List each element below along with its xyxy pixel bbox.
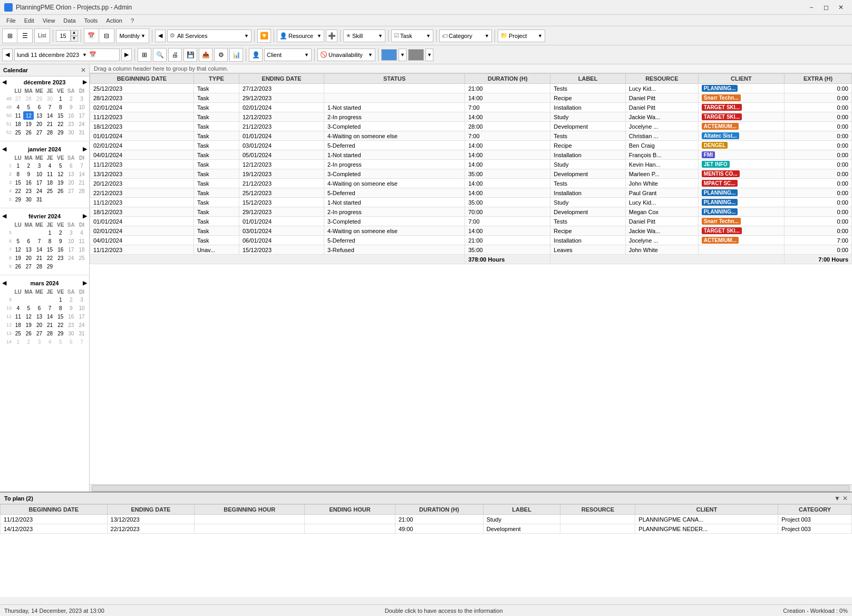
services-dropdown[interactable]: ⚙ All Services ▼ — [167, 30, 251, 42]
table-row[interactable]: 01/01/2024 Task 01/01/2024 4-Waiting on … — [90, 131, 852, 141]
table-row[interactable]: 28/12/2023 Task 29/12/2023 14:00 Recipe … — [90, 93, 852, 103]
color-dropdown[interactable]: ▼ — [399, 49, 406, 61]
cal-day[interactable]: 4 — [13, 103, 23, 111]
restore-button[interactable]: ◻ — [819, 2, 833, 13]
cal-feb-next[interactable]: ▶ — [83, 213, 87, 219]
project-dropdown[interactable]: 📁 Project ▼ — [498, 30, 545, 42]
cal-day[interactable]: 27 — [13, 94, 23, 103]
cal-day[interactable]: 18 — [13, 120, 23, 128]
icon-print-btn[interactable]: 🖨 — [168, 48, 182, 62]
bottom-row[interactable]: 11/12/2023 13/12/2023 21:00 Study PLANNI… — [1, 515, 852, 524]
menu-edit[interactable]: Edit — [20, 16, 38, 25]
cal-day[interactable]: 14 — [45, 111, 55, 120]
table-row[interactable]: 11/12/2023 Task 15/12/2023 1-Not started… — [90, 198, 852, 207]
table-row[interactable]: 02/01/2024 Task 03/01/2024 5-Deferred 14… — [90, 141, 852, 150]
color-dropdown2[interactable]: ▼ — [425, 49, 433, 61]
icon-search-btn[interactable]: 🔍 — [153, 48, 167, 62]
list-rows-btn[interactable]: ☰ — [17, 29, 32, 43]
bottom-collapse-btn[interactable]: ▼ — [834, 495, 840, 502]
bcol-category[interactable]: CATEGORY — [778, 505, 852, 515]
list-grid-btn[interactable]: ⊞ — [3, 29, 17, 43]
menu-data[interactable]: Data — [59, 16, 80, 25]
col-duration[interactable]: DURATION (H) — [465, 74, 550, 84]
spinbox-input[interactable] — [56, 30, 71, 42]
icon-chart-btn[interactable]: 📊 — [229, 48, 243, 62]
icon-grid-btn[interactable]: ⊞ — [138, 48, 151, 62]
cal-dec-prev[interactable]: ◀ — [2, 79, 6, 85]
bcol-label[interactable]: LABEL — [483, 505, 560, 515]
table-container[interactable]: BEGINNING DATE TYPE ENDING DATE STATUS D… — [90, 73, 852, 484]
nav-next2-btn[interactable]: ▶ — [121, 49, 132, 61]
bottom-close-btn[interactable]: ✕ — [843, 495, 848, 502]
view-monthly-dropdown[interactable]: Monthly ▼ — [116, 28, 149, 43]
cal-day-today[interactable]: 12 — [23, 111, 34, 120]
col-type[interactable]: TYPE — [193, 74, 239, 84]
icon-settings-btn[interactable]: ⚙ — [214, 48, 228, 62]
cal-day[interactable]: 28 — [23, 94, 34, 103]
cal-day[interactable]: 30 — [66, 128, 76, 137]
task-dropdown[interactable]: ☑ Task ▼ — [391, 30, 433, 42]
table-row[interactable]: 04/01/2024 Task 05/01/2024 1-Not started… — [90, 150, 852, 160]
table-row[interactable]: 02/01/2024 Task 03/01/2024 4-Waiting on … — [90, 226, 852, 236]
table-row[interactable]: 18/12/2023 Task 21/12/2023 3-Completed 2… — [90, 122, 852, 131]
filter-btn[interactable]: 🔽 — [257, 29, 271, 43]
col-status[interactable]: STATUS — [324, 74, 465, 84]
table-row[interactable]: 04/01/2024 Task 06/01/2024 5-Deferred 21… — [90, 236, 852, 245]
table-row[interactable]: 22/12/2023 Task 25/12/2023 5-Deferred 14… — [90, 188, 852, 198]
list-dropdown[interactable]: List — [34, 28, 50, 43]
cal-day[interactable]: 10 — [76, 103, 87, 111]
color-swatch-gray[interactable] — [408, 49, 424, 61]
cal-day[interactable]: 29 — [55, 128, 66, 137]
icon-export-btn[interactable]: 📤 — [199, 48, 212, 62]
icon-save-btn[interactable]: 💾 — [183, 48, 197, 62]
calendar-close-btn[interactable]: ✕ — [81, 66, 86, 74]
minimize-button[interactable]: − — [805, 2, 818, 13]
cal-day[interactable]: 13 — [34, 111, 44, 120]
view-mode-btn[interactable]: ⊟ — [99, 29, 114, 43]
skill-dropdown[interactable]: ★ Skill ▼ — [343, 30, 385, 42]
cal-day[interactable]: 30 — [45, 94, 55, 103]
cal-day[interactable]: 28 — [45, 128, 55, 137]
cal-day[interactable]: 1 — [55, 94, 66, 103]
menu-file[interactable]: File — [2, 16, 20, 25]
table-row[interactable]: 20/12/2023 Task 21/12/2023 4-Waiting on … — [90, 179, 852, 188]
table-row[interactable]: 01/01/2024 Task 01/01/2024 3-Completed 7… — [90, 217, 852, 226]
table-row[interactable]: 25/12/2023 Task 27/12/2023 21:00 Tests L… — [90, 84, 852, 93]
bcol-ending[interactable]: ENDING DATE — [107, 505, 195, 515]
icon-person-btn[interactable]: 👤 — [249, 48, 263, 62]
cal-day[interactable]: 9 — [66, 103, 76, 111]
add-resource-btn[interactable]: ➕ — [326, 30, 337, 42]
menu-help[interactable]: ? — [127, 16, 138, 25]
cal-feb-prev[interactable]: ◀ — [2, 213, 6, 219]
cal-day[interactable]: 22 — [55, 120, 66, 128]
category-dropdown[interactable]: 🏷 Category ▼ — [439, 30, 492, 42]
col-client[interactable]: CLIENT — [698, 74, 784, 84]
menu-action[interactable]: Action — [102, 16, 127, 25]
table-row[interactable]: 11/12/2023 Task 12/12/2023 2-In progress… — [90, 160, 852, 169]
bcol-client[interactable]: CLIENT — [635, 505, 778, 515]
cal-day[interactable]: 24 — [76, 120, 87, 128]
col-label[interactable]: LABEL — [550, 74, 626, 84]
bcol-duration[interactable]: DURATION (H) — [395, 505, 483, 515]
cal-day[interactable]: 23 — [66, 120, 76, 128]
cal-day[interactable]: 16 — [66, 111, 76, 120]
cal-day[interactable]: 26 — [23, 128, 34, 137]
view-calendar-btn[interactable]: 📅 — [84, 29, 99, 43]
spinbox-up[interactable]: ▲ — [71, 30, 78, 36]
menu-view[interactable]: View — [38, 16, 60, 25]
col-resource[interactable]: RESOURCE — [625, 74, 698, 84]
cal-day[interactable]: 6 — [34, 103, 44, 111]
bottom-table-container[interactable]: BEGINNING DATE ENDING DATE BEGINNING HOU… — [0, 504, 852, 598]
cal-mar-next[interactable]: ▶ — [83, 280, 87, 286]
cal-jan-prev[interactable]: ◀ — [2, 146, 6, 152]
cal-day[interactable]: 20 — [34, 120, 44, 128]
bcol-end-hour[interactable]: ENDING HOUR — [305, 505, 395, 515]
col-extra[interactable]: EXTRA (H) — [785, 74, 852, 84]
close-button[interactable]: ✕ — [834, 2, 848, 13]
cal-day[interactable]: 5 — [23, 103, 34, 111]
cal-dec-next[interactable]: ▶ — [83, 79, 87, 85]
cal-day[interactable]: 17 — [76, 111, 87, 120]
menu-tools[interactable]: Tools — [80, 16, 102, 25]
cal-day[interactable]: 21 — [45, 120, 55, 128]
cal-jan-next[interactable]: ▶ — [83, 146, 87, 152]
